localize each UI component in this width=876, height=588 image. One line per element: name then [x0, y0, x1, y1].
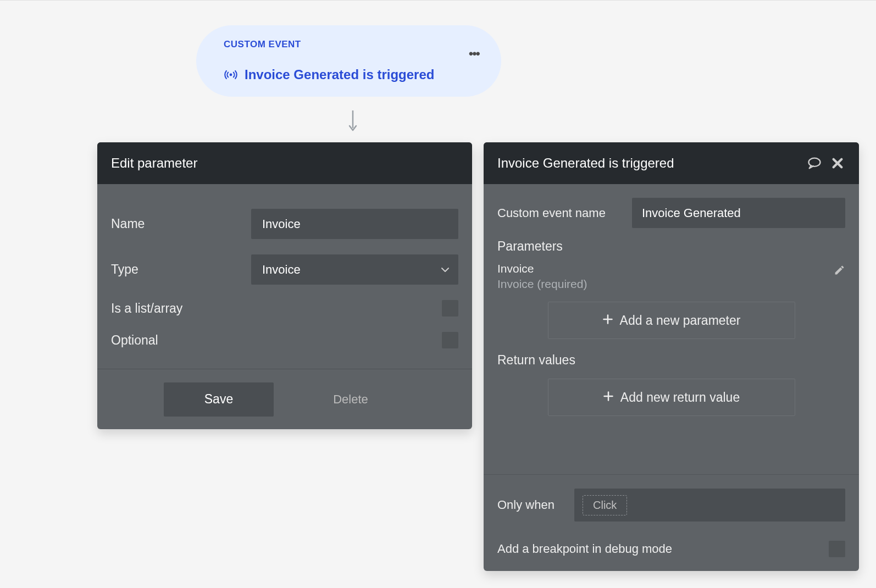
- optional-label: Optional: [111, 333, 251, 348]
- connector-arrow-icon: [347, 108, 358, 135]
- only-when-label: Only when: [497, 498, 574, 512]
- is-list-label: Is a list/array: [111, 301, 251, 316]
- pencil-icon[interactable]: [834, 264, 845, 276]
- parameter-name-input[interactable]: [251, 209, 458, 239]
- plus-icon: [602, 313, 613, 328]
- comment-icon[interactable]: [807, 156, 822, 171]
- svg-point-2: [809, 158, 820, 167]
- parameter-type-text: Invoice (required): [497, 278, 587, 291]
- event-node-menu-icon[interactable]: •••: [469, 47, 479, 60]
- breakpoint-checkbox[interactable]: [829, 541, 845, 557]
- delete-button[interactable]: Delete: [296, 382, 406, 417]
- add-parameter-button[interactable]: Add a new parameter: [548, 302, 795, 339]
- save-button[interactable]: Save: [164, 382, 274, 417]
- type-label: Type: [111, 262, 251, 277]
- parameter-name: Invoice: [497, 262, 587, 275]
- optional-checkbox[interactable]: [442, 332, 458, 348]
- edit-parameter-title: Edit parameter: [111, 156, 197, 171]
- add-return-value-button[interactable]: Add new return value: [548, 379, 795, 416]
- breakpoint-label: Add a breakpoint in debug mode: [497, 542, 672, 556]
- event-node-title: Invoice Generated is triggered: [245, 67, 434, 82]
- parameter-type-value: Invoice: [262, 263, 301, 277]
- close-icon[interactable]: [830, 156, 845, 171]
- custom-event-name-input[interactable]: [632, 198, 845, 228]
- broadcast-icon: [224, 68, 238, 82]
- parameters-section-label: Parameters: [497, 239, 845, 254]
- name-label: Name: [111, 217, 251, 231]
- return-values-section-label: Return values: [497, 353, 845, 368]
- add-return-value-label: Add new return value: [620, 390, 740, 405]
- edit-parameter-panel: Edit parameter Name Type Invoice Is: [97, 142, 472, 429]
- event-tag-label: CUSTOM EVENT: [224, 39, 301, 50]
- only-when-input[interactable]: Click: [574, 489, 845, 522]
- event-node[interactable]: CUSTOM EVENT ••• Invoice Generated is tr…: [196, 25, 501, 97]
- custom-event-name-label: Custom event name: [497, 206, 632, 220]
- parameter-type-select[interactable]: Invoice: [251, 254, 458, 285]
- parameter-item: Invoice Invoice (required): [497, 262, 845, 291]
- add-parameter-label: Add a new parameter: [620, 313, 741, 328]
- plus-icon: [603, 390, 614, 405]
- trigger-event-panel: Invoice Generated is triggered Custom ev…: [484, 142, 859, 571]
- trigger-panel-title: Invoice Generated is triggered: [497, 156, 674, 171]
- only-when-placeholder: Click: [583, 495, 627, 515]
- svg-point-0: [230, 74, 232, 76]
- workflow-canvas[interactable]: CUSTOM EVENT ••• Invoice Generated is tr…: [0, 1, 876, 588]
- is-list-checkbox[interactable]: [442, 300, 458, 317]
